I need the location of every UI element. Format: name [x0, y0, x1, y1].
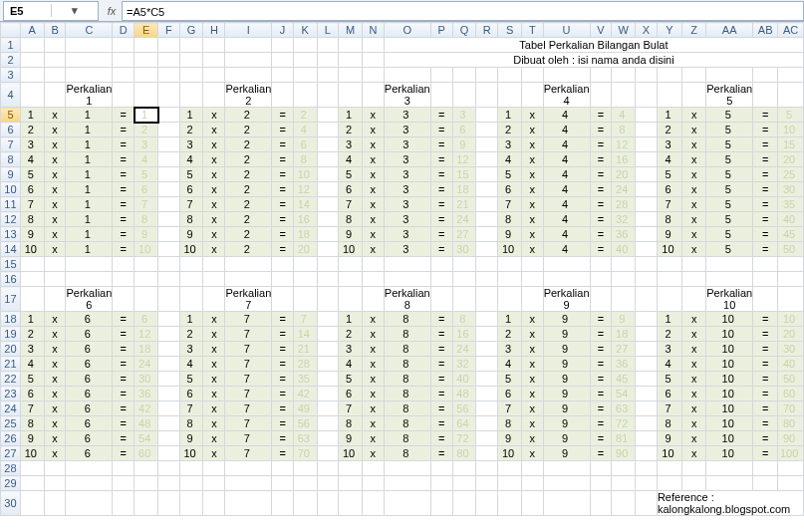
cell-U29[interactable]	[543, 476, 590, 491]
cell-Y13[interactable]: 9	[657, 227, 681, 242]
cell-P17[interactable]	[430, 287, 452, 312]
cell-Q30[interactable]	[452, 491, 476, 516]
cell-K26[interactable]: 63	[293, 431, 317, 446]
cell-F8[interactable]	[158, 152, 180, 167]
cell-B20[interactable]: x	[44, 342, 66, 357]
cell-U7[interactable]: 4	[543, 137, 590, 152]
cell-V27[interactable]: =	[590, 446, 612, 461]
cell-J19[interactable]: =	[272, 327, 294, 342]
cell-T29[interactable]	[521, 476, 543, 491]
cell-Z13[interactable]: x	[681, 227, 705, 242]
cell-S19[interactable]: 2	[498, 327, 522, 342]
cell-AC6[interactable]: 10	[778, 123, 804, 137]
cell-U10[interactable]: 4	[543, 182, 590, 197]
cell-B28[interactable]	[44, 461, 66, 476]
cell-L13[interactable]	[317, 227, 339, 242]
cell-D25[interactable]: =	[113, 416, 134, 431]
cell-I23[interactable]: 7	[225, 387, 272, 401]
cell-S14[interactable]: 10	[498, 242, 522, 257]
cell-Z27[interactable]: x	[681, 446, 705, 461]
row-header-29[interactable]: 29	[1, 476, 21, 491]
cell-K12[interactable]: 16	[293, 212, 317, 227]
cell-F14[interactable]	[158, 242, 180, 257]
cell-D15[interactable]	[113, 257, 134, 272]
cell-A9[interactable]: 5	[20, 167, 44, 182]
cell-N24[interactable]: x	[362, 401, 384, 416]
cell-S17[interactable]	[498, 287, 522, 312]
cell-AA28[interactable]	[706, 461, 753, 476]
cell-Q25[interactable]: 64	[452, 416, 476, 431]
cell-AB17[interactable]	[753, 287, 778, 312]
cell-X12[interactable]	[636, 212, 658, 227]
cell-A2[interactable]	[20, 53, 44, 68]
cell-O11[interactable]: 3	[384, 197, 430, 212]
cell-N22[interactable]: x	[362, 372, 384, 387]
cell-J12[interactable]: =	[272, 212, 294, 227]
cell-H26[interactable]: x	[203, 431, 225, 446]
cell-AA25[interactable]: 10	[706, 416, 753, 431]
cell-A16[interactable]	[20, 272, 44, 287]
cell-K1[interactable]	[293, 38, 317, 53]
cell-U9[interactable]: 4	[543, 167, 590, 182]
cell-P12[interactable]: =	[430, 212, 452, 227]
cell-K6[interactable]: 4	[293, 123, 317, 137]
row-header-3[interactable]: 3	[1, 68, 21, 83]
cell-I10[interactable]: 2	[225, 182, 272, 197]
cell-Q13[interactable]: 27	[452, 227, 476, 242]
cell-O7[interactable]: 3	[384, 137, 430, 152]
row-header-15[interactable]: 15	[1, 257, 21, 272]
cell-L24[interactable]	[317, 401, 339, 416]
cell-V24[interactable]: =	[590, 401, 612, 416]
cell-AB8[interactable]: =	[753, 152, 778, 167]
cell-X14[interactable]	[636, 242, 658, 257]
cell-L7[interactable]	[317, 137, 339, 152]
cell-F27[interactable]	[158, 446, 180, 461]
cell-X21[interactable]	[636, 357, 658, 372]
cell-A12[interactable]: 8	[20, 212, 44, 227]
cell-Y14[interactable]: 10	[657, 242, 681, 257]
cell-G19[interactable]: 2	[179, 327, 203, 342]
cell-P23[interactable]: =	[430, 387, 452, 401]
cell-P26[interactable]: =	[430, 431, 452, 446]
cell-A19[interactable]: 2	[20, 327, 44, 342]
cell-F15[interactable]	[158, 257, 180, 272]
cell-M21[interactable]: 4	[339, 357, 363, 372]
cell-L5[interactable]	[317, 108, 339, 123]
cell-V15[interactable]	[590, 257, 612, 272]
cell-I18[interactable]: 7	[225, 312, 272, 327]
cell-U13[interactable]: 4	[543, 227, 590, 242]
cell-C19[interactable]: 6	[66, 327, 113, 342]
cell-Q16[interactable]	[452, 272, 476, 287]
cell-K10[interactable]: 12	[293, 182, 317, 197]
cell-L20[interactable]	[317, 342, 339, 357]
cell-J17[interactable]	[272, 287, 294, 312]
cell-T15[interactable]	[521, 257, 543, 272]
cell-M3[interactable]	[339, 68, 363, 83]
cell-S12[interactable]: 8	[498, 212, 522, 227]
col-header-W[interactable]: W	[612, 23, 636, 38]
cell-G25[interactable]: 8	[179, 416, 203, 431]
cell-J4[interactable]	[272, 83, 294, 108]
cell-C21[interactable]: 6	[66, 357, 113, 372]
cell-B8[interactable]: x	[44, 152, 66, 167]
cell-J24[interactable]: =	[272, 401, 294, 416]
cell-AA4[interactable]: Perkalian 5	[706, 83, 753, 108]
cell-L14[interactable]	[317, 242, 339, 257]
cell-J22[interactable]: =	[272, 372, 294, 387]
cell-F19[interactable]	[158, 327, 180, 342]
cell-X5[interactable]	[636, 108, 658, 123]
cell-H12[interactable]: x	[203, 212, 225, 227]
cell-T13[interactable]: x	[521, 227, 543, 242]
cell-S21[interactable]: 4	[498, 357, 522, 372]
cell-O8[interactable]: 3	[384, 152, 430, 167]
cell-G9[interactable]: 5	[179, 167, 203, 182]
cell-Y7[interactable]: 3	[657, 137, 681, 152]
cell-AC3[interactable]	[778, 68, 804, 83]
cell-V22[interactable]: =	[590, 372, 612, 387]
col-header-J[interactable]: J	[272, 23, 294, 38]
cell-G18[interactable]: 1	[179, 312, 203, 327]
cell-AB26[interactable]: =	[753, 431, 778, 446]
cell-O15[interactable]	[384, 257, 430, 272]
col-header-R[interactable]: R	[476, 23, 498, 38]
cell-I6[interactable]: 2	[225, 123, 272, 137]
